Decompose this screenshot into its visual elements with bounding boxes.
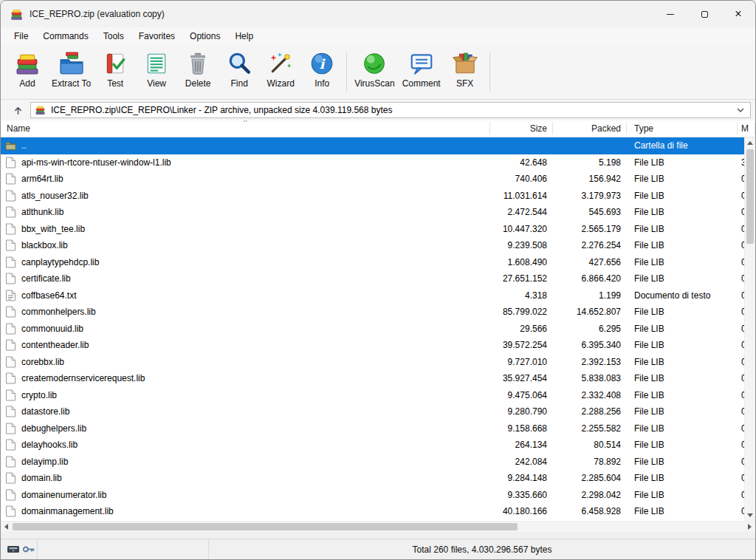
table-row[interactable]: blackbox.lib9.239.5082.276.254File LIB0 (1, 237, 744, 254)
toolbar-delete-button[interactable]: Delete (177, 48, 219, 99)
file-type-cell: File LIB (627, 257, 738, 267)
address-combo[interactable]: ICE_REPRO.zip\ICE_REPRO\Linker - ZIP arc… (30, 102, 751, 118)
table-row[interactable]: datastore.lib9.280.7902.288.256File LIB0 (1, 403, 744, 420)
file-name-cell: bbx_with_tee.lib (1, 223, 490, 235)
encryption-key-icon[interactable] (22, 544, 35, 554)
table-row[interactable]: certificate.lib27.651.1526.866.420File L… (1, 270, 744, 287)
file-type-cell: File LIB (627, 490, 738, 500)
file-icon (5, 489, 16, 501)
column-header-packed[interactable]: Packed (553, 120, 627, 137)
toolbar-sfx-button[interactable]: SFX (444, 48, 486, 99)
file-packed-cell: 2.332.408 (553, 390, 627, 400)
menu-help[interactable]: Help (227, 27, 261, 45)
menu-tools[interactable]: Tools (96, 27, 131, 45)
toolbar-comment-button[interactable]: Comment (399, 48, 444, 99)
close-button[interactable]: × (721, 1, 755, 27)
maximize-button[interactable] (687, 1, 721, 27)
table-row[interactable]: delayimp.lib242.08478.892File LIB0 (1, 454, 744, 471)
file-name: bbx_with_tee.lib (21, 224, 85, 234)
column-header-m[interactable]: M (738, 120, 755, 137)
toolbar-find-button[interactable]: Find (219, 48, 260, 99)
winrar-window: ICE_REPRO.zip (evaluation copy) × FileCo… (0, 0, 756, 560)
toolbar-info-button[interactable]: iInfo (301, 48, 343, 99)
file-name: atlthunk.lib (21, 207, 63, 217)
file-type-cell: File LIB (627, 423, 738, 434)
toolbar-extract-to-button[interactable]: Extract To (48, 48, 94, 99)
table-row[interactable]: crypto.lib9.475.0642.332.408File LIB0 (1, 387, 744, 404)
scroll-left-button[interactable] (1, 522, 12, 532)
file-modified-cell: 0 (738, 324, 744, 334)
file-name: coffbase64.txt (21, 290, 77, 301)
file-modified-cell: 0 (738, 290, 744, 301)
file-icon (5, 505, 16, 517)
scroll-up-button[interactable] (745, 137, 755, 148)
scroll-down-button[interactable] (745, 510, 755, 521)
up-one-level-button[interactable] (5, 102, 30, 118)
test-icon (103, 51, 128, 76)
file-name-cell: delayimp.lib (1, 456, 490, 468)
menu-options[interactable]: Options (182, 27, 227, 45)
menu-commands[interactable]: Commands (35, 27, 95, 45)
file-icon (5, 339, 16, 351)
toolbar-view-button[interactable]: View (136, 48, 177, 99)
file-type-cell: File LIB (627, 406, 738, 417)
table-row[interactable]: domain.lib9.284.1482.285.604File LIB0 (1, 470, 744, 487)
chevron-down-icon[interactable] (735, 104, 746, 116)
file-name: crypto.lib (21, 390, 57, 400)
toolbar-virusscan-button[interactable]: VirusScan (351, 48, 398, 99)
table-row[interactable]: debughelpers.lib9.158.6682.255.582File L… (1, 420, 744, 437)
file-size-cell: 85.799.022 (490, 307, 553, 317)
file-modified-cell: 3 (738, 157, 744, 168)
extract-to-icon (59, 51, 84, 76)
menu-favorites[interactable]: Favorites (131, 27, 182, 45)
file-packed-cell: 78.892 (553, 457, 627, 467)
file-type-cell: File LIB (627, 473, 738, 483)
table-row[interactable]: coffbase64.txt4.3181.199Documento di tes… (1, 287, 744, 304)
vertical-scrollbar[interactable] (744, 137, 755, 521)
file-icon (5, 273, 16, 284)
file-icon (5, 173, 16, 185)
menu-file[interactable]: File (7, 27, 35, 45)
sort-ascending-icon: ^ (244, 120, 247, 126)
comment-icon (409, 51, 434, 76)
toolbar-sfx-label: SFX (456, 78, 473, 89)
file-packed-cell: 5.198 (553, 157, 627, 168)
table-row[interactable]: ..Cartella di file (1, 137, 744, 154)
table-row[interactable]: createmodernservicerequest.lib35.927.454… (1, 370, 744, 387)
file-icon (5, 423, 16, 434)
table-row[interactable]: api-ms-win-rtcore-ntuser-window-l1.lib42… (1, 154, 744, 171)
toolbar-view-label: View (147, 78, 166, 89)
vertical-scroll-thumb[interactable] (746, 149, 754, 244)
file-modified-cell: 0 (738, 423, 744, 434)
table-row[interactable]: commonhelpers.lib85.799.02214.652.807Fil… (1, 304, 744, 321)
table-row[interactable]: corebbx.lib9.727.0102.392.153File LIB0 (1, 354, 744, 371)
file-name: domainenumerator.lib (21, 490, 106, 500)
table-row[interactable]: commonuuid.lib29.5666.295File LIB0 (1, 321, 744, 338)
table-row[interactable]: domainenumerator.lib9.335.6602.298.042Fi… (1, 487, 744, 504)
table-row[interactable]: delayhooks.lib264.13480.514File LIB0 (1, 437, 744, 454)
horizontal-scrollbar[interactable] (1, 521, 755, 532)
table-row[interactable]: arm64rt.lib740.406156.942File LIB0 (1, 171, 744, 188)
table-row[interactable]: atls_nouser32.lib11.031.6143.179.973File… (1, 188, 744, 205)
minimize-button[interactable] (653, 1, 687, 27)
drive-disk-icon[interactable] (7, 544, 20, 554)
title-bar: ICE_REPRO.zip (evaluation copy) × (1, 1, 755, 27)
horizontal-scroll-thumb[interactable] (13, 523, 518, 530)
file-packed-cell: 5.838.083 (553, 373, 627, 383)
table-row[interactable]: atlthunk.lib2.472.544545.693File LIB0 (1, 204, 744, 221)
column-header-type[interactable]: Type (627, 120, 738, 137)
file-type-cell: File LIB (627, 506, 738, 516)
scroll-right-button[interactable] (744, 522, 755, 532)
table-row[interactable]: contentheader.lib39.572.2546.395.340File… (1, 337, 744, 354)
column-header-size[interactable]: Size (490, 120, 553, 137)
toolbar-wizard-button[interactable]: Wizard (260, 48, 301, 99)
add-icon (15, 51, 40, 76)
file-name-cell: createmodernservicerequest.lib (1, 372, 490, 384)
table-row[interactable]: bbx_with_tee.lib10.447.3202.565.179File … (1, 221, 744, 238)
table-row[interactable]: domainmanagement.lib40.180.1666.458.928F… (1, 503, 744, 520)
file-modified-cell: 0 (738, 473, 744, 483)
toolbar-test-button[interactable]: Test (94, 48, 136, 99)
table-row[interactable]: canplaytypehdcp.lib1.608.490427.656File … (1, 254, 744, 271)
file-modified-cell: 0 (738, 207, 744, 217)
toolbar-add-button[interactable]: Add (7, 48, 48, 99)
